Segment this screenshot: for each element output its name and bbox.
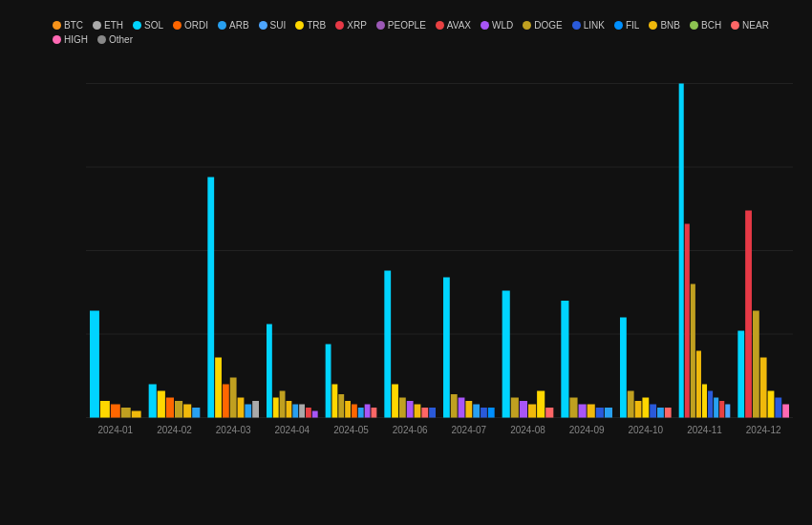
svg-rect-46	[399, 398, 406, 418]
legend-item: BCH	[690, 20, 721, 31]
legend-item: PEOPLE	[376, 20, 426, 31]
svg-rect-78	[650, 405, 656, 418]
svg-rect-11	[149, 385, 157, 418]
svg-rect-72	[605, 408, 612, 418]
legend-item: ARB	[218, 20, 249, 31]
svg-rect-40	[358, 408, 364, 418]
legend-item: NEAR	[731, 20, 769, 31]
svg-rect-70	[588, 405, 595, 418]
svg-rect-32	[306, 408, 311, 418]
svg-rect-63	[528, 405, 536, 418]
svg-rect-7	[111, 405, 120, 418]
svg-rect-48	[415, 405, 421, 418]
svg-rect-36	[332, 385, 338, 418]
svg-rect-92	[737, 331, 744, 418]
svg-text:2024-03: 2024-03	[216, 425, 251, 435]
svg-rect-64	[537, 391, 545, 418]
svg-rect-27	[273, 398, 279, 418]
svg-rect-14	[175, 401, 182, 418]
svg-rect-87	[708, 391, 713, 418]
svg-rect-74	[620, 318, 627, 418]
svg-text:2024-01: 2024-01	[97, 425, 133, 435]
svg-rect-18	[207, 178, 214, 418]
svg-rect-33	[312, 411, 318, 418]
svg-text:2024-04: 2024-04	[274, 425, 310, 435]
svg-rect-37	[338, 394, 344, 418]
legend-item: TRB	[295, 20, 326, 31]
svg-rect-5	[90, 311, 99, 418]
svg-rect-71	[596, 408, 604, 418]
legend-item: HIGH	[53, 34, 88, 45]
svg-rect-50	[429, 408, 436, 418]
legend-item: FIL	[614, 20, 639, 31]
legend-item: BTC	[53, 20, 83, 31]
svg-rect-12	[158, 391, 165, 418]
svg-rect-79	[657, 408, 664, 418]
svg-rect-9	[132, 411, 141, 418]
svg-rect-31	[299, 405, 305, 418]
svg-rect-86	[702, 385, 707, 418]
svg-rect-57	[481, 408, 487, 418]
legend-item: ORDI	[173, 20, 208, 31]
legend-item: SOL	[133, 20, 163, 31]
svg-rect-80	[665, 408, 672, 418]
svg-rect-42	[372, 408, 377, 418]
svg-text:2024-06: 2024-06	[393, 425, 428, 435]
svg-rect-45	[392, 385, 398, 418]
legend-item: LINK	[572, 20, 605, 31]
svg-text:2024-07: 2024-07	[451, 425, 486, 435]
svg-rect-30	[292, 405, 298, 418]
svg-rect-58	[488, 408, 495, 418]
svg-rect-44	[384, 271, 391, 418]
svg-rect-15	[183, 405, 191, 418]
svg-rect-60	[502, 291, 510, 418]
svg-rect-23	[245, 405, 251, 418]
svg-rect-98	[782, 405, 789, 418]
svg-rect-67	[561, 301, 568, 418]
svg-text:2024-08: 2024-08	[510, 425, 545, 435]
svg-rect-68	[569, 398, 577, 418]
svg-rect-69	[579, 405, 587, 418]
svg-rect-13	[166, 398, 174, 418]
svg-rect-89	[719, 401, 724, 418]
svg-rect-95	[760, 358, 767, 418]
legend-item: AVAX	[436, 20, 471, 31]
svg-rect-75	[628, 391, 634, 418]
svg-rect-55	[465, 401, 472, 418]
svg-rect-85	[696, 351, 701, 418]
svg-rect-96	[768, 391, 775, 418]
svg-rect-28	[280, 391, 286, 418]
svg-rect-76	[635, 401, 642, 418]
svg-text:2024-02: 2024-02	[157, 425, 192, 435]
svg-rect-6	[100, 401, 110, 418]
legend-item: DOGE	[523, 20, 562, 31]
svg-rect-62	[520, 401, 527, 418]
svg-rect-24	[252, 401, 259, 418]
legend-item: WLD	[481, 20, 513, 31]
svg-rect-49	[421, 408, 428, 418]
svg-rect-47	[407, 401, 414, 418]
svg-rect-56	[473, 405, 480, 418]
svg-rect-88	[714, 398, 718, 418]
svg-rect-94	[753, 311, 759, 418]
svg-rect-26	[267, 325, 272, 418]
svg-text:2024-05: 2024-05	[333, 425, 369, 435]
legend-item: ETH	[93, 20, 123, 31]
legend-item: XRP	[335, 20, 367, 31]
svg-rect-16	[192, 408, 200, 418]
legend-item: BNB	[649, 20, 680, 31]
svg-text:2024-10: 2024-10	[628, 425, 663, 435]
legend-item: Other	[97, 34, 133, 45]
svg-rect-82	[679, 84, 684, 418]
svg-rect-65	[545, 408, 553, 418]
svg-rect-52	[443, 278, 450, 418]
svg-rect-19	[215, 358, 222, 418]
svg-rect-54	[459, 398, 465, 418]
svg-rect-35	[326, 345, 331, 418]
svg-rect-90	[725, 405, 730, 418]
svg-rect-38	[345, 401, 351, 418]
svg-rect-77	[642, 398, 649, 418]
svg-rect-61	[511, 398, 519, 418]
legend: BTCETHSOLORDIARBSUITRBXRPPEOPLEAVAXWLDDO…	[48, 20, 802, 45]
svg-rect-93	[745, 211, 752, 418]
